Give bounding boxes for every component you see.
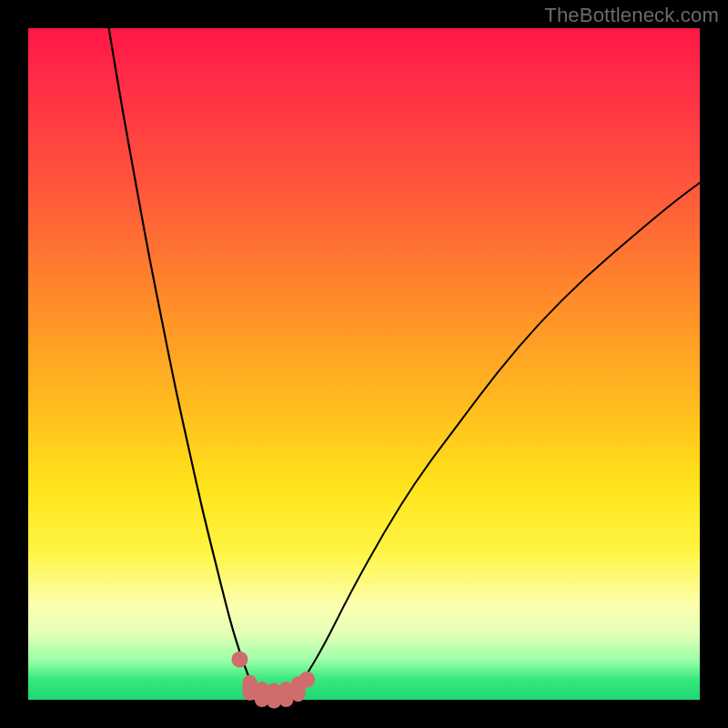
chart-svg <box>28 28 700 700</box>
valley-dot <box>231 652 248 668</box>
left-falling-curve <box>109 28 250 680</box>
watermark-text: TheBottleneck.com <box>544 4 719 27</box>
valley-dot <box>298 672 315 688</box>
chart-frame: TheBottleneck.com <box>0 0 728 728</box>
plot-area <box>28 28 700 700</box>
right-rising-curve <box>304 183 700 680</box>
